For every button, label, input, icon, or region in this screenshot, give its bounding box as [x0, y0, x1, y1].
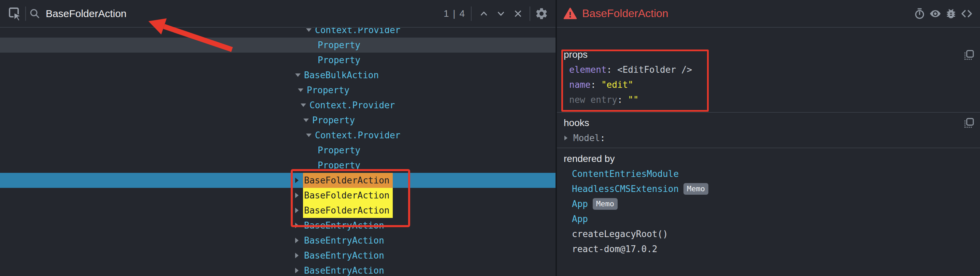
chevron-down-icon[interactable] — [295, 73, 304, 77]
tree-row[interactable]: Property — [0, 53, 555, 68]
chevron-down-icon[interactable] — [303, 118, 312, 122]
rendered-by-row: createLegacyRoot() — [557, 227, 980, 241]
prop-colon: : — [607, 65, 617, 75]
chevron-down-icon[interactable] — [306, 28, 315, 32]
component-name: Property — [307, 85, 349, 95]
rendered-by-row: App — [557, 211, 980, 227]
hook-colon: : — [600, 133, 605, 143]
rendered-by-row: AppMemo — [557, 196, 980, 211]
component-name: BaseEntryAction — [304, 220, 384, 231]
tree-row[interactable]: BaseEntryAction — [0, 218, 555, 233]
prop-row[interactable]: new entry: "" — [557, 92, 980, 107]
tree-row[interactable]: Property — [0, 158, 555, 173]
component-name: Property — [318, 160, 360, 171]
tree-row[interactable]: BaseEntryAction — [0, 248, 555, 263]
previous-result-button[interactable] — [476, 5, 492, 22]
inspect-element-button[interactable] — [7, 5, 23, 22]
search-result-count: 1 | 4 — [444, 8, 465, 19]
owner-label: createLegacyRoot() — [572, 229, 668, 239]
close-icon — [513, 8, 523, 19]
tree-row[interactable]: BaseEntryAction — [0, 233, 555, 248]
hook-row[interactable]: Model: — [557, 131, 980, 145]
tree-row[interactable]: Property — [0, 113, 555, 128]
view-source-button[interactable] — [959, 5, 975, 22]
chevron-right-icon[interactable] — [565, 136, 573, 140]
copy-props-button[interactable] — [963, 49, 975, 61]
inspect-dom-button[interactable] — [928, 5, 943, 22]
rendered-by-section-label: rendered by — [557, 151, 980, 166]
tree-row[interactable]: Context.Provider — [0, 128, 555, 143]
chevron-right-icon[interactable] — [295, 238, 304, 243]
selected-component-header: BaseFolderAction — [557, 0, 980, 28]
component-name: BaseFolderAction — [303, 173, 393, 188]
prop-colon: : — [591, 80, 601, 90]
owner-link[interactable]: App — [572, 214, 588, 224]
component-tree-panel: 1 | 4 — [0, 0, 555, 276]
tree-row[interactable]: Property — [0, 38, 555, 53]
component-name: Property — [318, 55, 360, 65]
search-input[interactable] — [46, 8, 401, 19]
next-result-button[interactable] — [493, 5, 508, 22]
chevron-right-icon[interactable] — [295, 253, 304, 258]
component-name: Context.Provider — [315, 28, 400, 35]
tree-row[interactable]: BaseBulkAction — [0, 68, 555, 83]
chevron-right-icon[interactable] — [295, 268, 304, 273]
chevron-up-icon — [479, 8, 489, 19]
tree-toolbar: 1 | 4 — [0, 0, 555, 28]
chevron-down-icon[interactable] — [306, 134, 315, 137]
chevron-down-icon[interactable] — [298, 88, 307, 92]
hooks-section-label: hooks — [557, 115, 980, 131]
selected-component-panel: BaseFolderAction — [557, 0, 980, 276]
prop-value[interactable]: <EditFolder /> — [617, 65, 692, 75]
tree-row[interactable]: BaseFolderAction — [0, 188, 555, 203]
owner-label: react-dom@17.0.2 — [572, 244, 657, 254]
tree-row[interactable]: Context.Provider — [0, 28, 555, 38]
tree-row[interactable]: BaseEntryAction — [0, 263, 555, 276]
owner-link[interactable]: HeadlessCMSExtension — [572, 184, 679, 194]
eye-icon — [929, 7, 942, 20]
component-name: BaseEntryAction — [304, 250, 384, 261]
bug-icon — [945, 8, 957, 20]
prop-row[interactable]: name: "edit" — [557, 77, 980, 92]
gear-icon — [535, 7, 548, 21]
component-tree: Context.ProviderPropertyPropertyBaseBulk… — [0, 28, 555, 276]
search-icon-wrap — [28, 5, 41, 22]
chevron-right-icon[interactable] — [295, 223, 304, 228]
rendered-by-row: HeadlessCMSExtensionMemo — [557, 181, 980, 196]
rendered-by-section: rendered by ContentEntriesModuleHeadless… — [557, 148, 980, 257]
log-component-button[interactable] — [943, 5, 959, 22]
prop-row[interactable]: element: <EditFolder /> — [557, 62, 980, 77]
component-name: BaseBulkAction — [304, 70, 379, 80]
owner-link[interactable]: ContentEntriesModule — [572, 169, 679, 179]
warning-icon — [563, 7, 578, 21]
props-section-label: props — [557, 47, 980, 62]
memo-badge: Memo — [684, 183, 708, 195]
component-name: BaseFolderAction — [303, 188, 393, 203]
prop-value[interactable]: "edit" — [601, 80, 633, 90]
clear-search-button[interactable] — [511, 5, 525, 22]
component-name: BaseEntryAction — [304, 265, 384, 276]
tree-row[interactable]: BaseFolderAction — [0, 173, 555, 188]
copy-hooks-button[interactable] — [963, 117, 975, 129]
chevron-down-icon[interactable] — [301, 104, 310, 107]
prop-value[interactable]: "" — [628, 95, 638, 105]
props-section: props element: <EditFolder />name: "edit… — [557, 28, 980, 113]
prop-key: name — [569, 80, 591, 90]
prop-key: element — [569, 65, 607, 75]
component-name: Property — [318, 145, 360, 155]
component-name: BaseEntryAction — [304, 235, 384, 246]
rendered-by-row: react-dom@17.0.2 — [557, 241, 980, 257]
inspect-icon — [7, 5, 23, 22]
tree-row[interactable]: Property — [0, 83, 555, 98]
search-icon — [29, 8, 41, 19]
hook-name: Model — [573, 133, 600, 143]
toolbar-divider — [25, 6, 26, 21]
owner-link[interactable]: App — [572, 199, 588, 209]
prop-colon: : — [617, 95, 628, 105]
tree-row[interactable]: Property — [0, 143, 555, 158]
tree-row[interactable]: BaseFolderAction — [0, 203, 555, 218]
suspend-toggle-button[interactable] — [912, 5, 928, 22]
tree-row[interactable]: Context.Provider — [0, 98, 555, 113]
settings-button[interactable] — [534, 5, 549, 22]
toolbar-divider — [471, 6, 472, 21]
